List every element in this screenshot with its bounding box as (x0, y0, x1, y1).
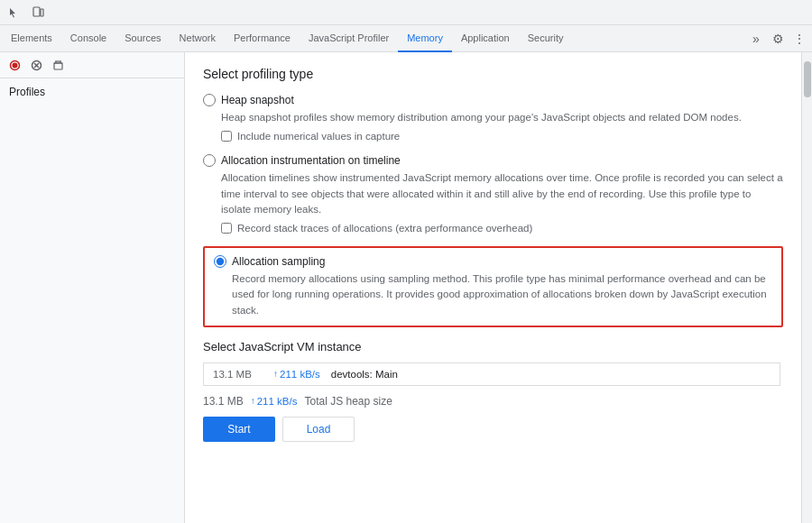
tab-network[interactable]: Network (171, 25, 225, 52)
scrollbar-thumb[interactable] (804, 61, 811, 97)
footer-heap-label: Total JS heap size (304, 395, 392, 408)
tab-application[interactable]: Application (452, 25, 519, 52)
tab-javascript-profiler[interactable]: JavaScript Profiler (300, 25, 398, 52)
stack-traces-checkbox[interactable] (221, 223, 232, 234)
start-button[interactable]: Start (203, 417, 275, 442)
stack-traces-checkbox-row: Record stack traces of allocations (extr… (221, 223, 783, 234)
heap-snapshot-option: Heap snapshot Heap snapshot profiles sho… (203, 94, 783, 142)
tab-sources[interactable]: Sources (115, 25, 170, 52)
tab-memory[interactable]: Memory (398, 25, 452, 52)
heap-snapshot-desc: Heap snapshot profiles show memory distr… (221, 110, 783, 125)
content-panel: Select profiling type Heap snapshot Heap… (185, 52, 801, 523)
allocation-sampling-title: Allocation sampling (232, 255, 325, 268)
clear-button[interactable] (49, 56, 67, 74)
allocation-instrumentation-desc: Allocation timelines show instrumented J… (221, 170, 783, 217)
vm-row[interactable]: 13.1 MB ↑ 211 kB/s devtools: Main (204, 363, 780, 385)
svg-rect-7 (54, 63, 62, 69)
vm-table: 13.1 MB ↑ 211 kB/s devtools: Main (203, 362, 780, 386)
sidebar: Profiles (0, 52, 185, 523)
vm-section-title: Select JavaScript VM instance (203, 340, 783, 353)
vm-name: devtools: Main (331, 369, 398, 380)
allocation-sampling-box: Allocation sampling Record memory alloca… (203, 246, 783, 327)
record-button[interactable] (5, 56, 23, 74)
settings-button[interactable]: ⚙ (767, 28, 789, 50)
numerical-values-checkbox[interactable] (221, 131, 232, 142)
allocation-sampling-option: Allocation sampling Record memory alloca… (214, 255, 772, 318)
sidebar-toolbar (0, 52, 184, 78)
more-tabs-button[interactable]: » (745, 28, 767, 50)
top-toolbar (0, 0, 812, 25)
svg-rect-0 (33, 7, 40, 16)
main-area: Profiles Select profiling type Heap snap… (0, 52, 812, 523)
footer-rate: ↑ 211 kB/s (251, 396, 298, 407)
kebab-menu-button[interactable]: ⋮ (789, 28, 810, 50)
footer-rate-icon: ↑ (251, 396, 255, 406)
allocation-instrumentation-radio[interactable] (203, 154, 216, 167)
scrollbar-track[interactable] (801, 52, 812, 523)
profiles-label: Profiles (0, 78, 184, 102)
svg-point-3 (12, 62, 17, 68)
tab-console[interactable]: Console (61, 25, 115, 52)
footer-rate-value: 211 kB/s (257, 396, 298, 407)
stack-traces-label: Record stack traces of allocations (extr… (237, 223, 532, 234)
svg-rect-1 (41, 9, 43, 16)
toolbar-icons (0, 2, 52, 23)
tab-security[interactable]: Security (519, 25, 573, 52)
allocation-sampling-desc: Record memory allocations using sampling… (232, 271, 772, 318)
heap-snapshot-title: Heap snapshot (221, 94, 294, 106)
numerical-values-label: Include numerical values in capture (237, 131, 400, 142)
allocation-sampling-radio-label[interactable]: Allocation sampling (214, 255, 772, 268)
select-type-title: Select profiling type (203, 67, 783, 81)
allocation-instrumentation-option: Allocation instrumentation on timeline A… (203, 154, 783, 234)
tab-elements[interactable]: Elements (2, 25, 61, 52)
stop-button[interactable] (27, 56, 45, 74)
inspect-element-button[interactable] (4, 2, 25, 23)
footer-stats: 13.1 MB ↑ 211 kB/s Total JS heap size (203, 386, 783, 417)
load-button[interactable]: Load (282, 417, 355, 442)
vm-size: 13.1 MB (213, 369, 263, 380)
allocation-sampling-radio[interactable] (214, 255, 226, 268)
devtools-tabs: Elements Console Sources Network Perform… (0, 25, 812, 52)
device-toolbar-button[interactable] (27, 2, 49, 23)
allocation-instrumentation-title: Allocation instrumentation on timeline (221, 154, 401, 167)
heap-snapshot-radio[interactable] (203, 94, 216, 106)
vm-rate: ↑ 211 kB/s (273, 369, 320, 380)
tab-performance[interactable]: Performance (225, 25, 300, 52)
footer-buttons: Start Load (203, 417, 783, 442)
vm-rate-icon: ↑ (273, 369, 278, 379)
allocation-instrumentation-radio-label[interactable]: Allocation instrumentation on timeline (203, 154, 783, 167)
heap-snapshot-radio-label[interactable]: Heap snapshot (203, 94, 783, 106)
vm-rate-value: 211 kB/s (280, 369, 320, 380)
footer-size: 13.1 MB (203, 395, 244, 408)
heap-snapshot-checkbox-row: Include numerical values in capture (221, 131, 783, 142)
